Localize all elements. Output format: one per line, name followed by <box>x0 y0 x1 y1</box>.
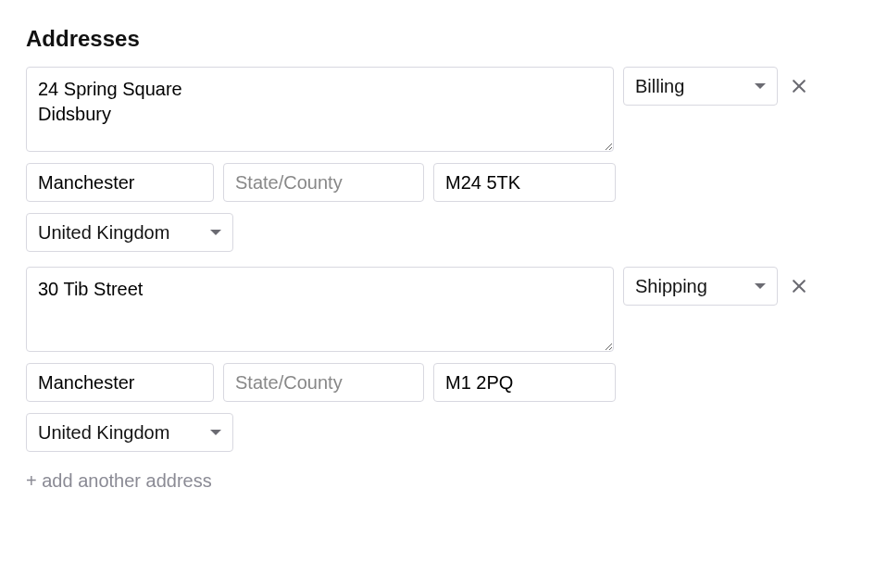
country-select[interactable]: United Kingdom <box>26 413 233 452</box>
address-block: Billing United Kingdom <box>26 67 861 252</box>
city-input[interactable] <box>26 363 214 402</box>
country-select[interactable]: United Kingdom <box>26 213 233 252</box>
remove-address-button[interactable] <box>787 67 811 106</box>
remove-address-button[interactable] <box>787 267 811 306</box>
state-input[interactable] <box>223 163 424 202</box>
address-type-value: Shipping <box>635 276 707 297</box>
add-address-link[interactable]: + add another address <box>26 470 212 492</box>
chevron-down-icon <box>210 430 221 435</box>
state-input[interactable] <box>223 363 424 402</box>
country-value: United Kingdom <box>38 422 169 444</box>
chevron-down-icon <box>755 283 766 289</box>
chevron-down-icon <box>210 230 221 235</box>
country-value: United Kingdom <box>38 222 169 244</box>
street-input[interactable] <box>26 267 614 352</box>
address-type-select[interactable]: Shipping <box>623 267 778 306</box>
postal-input[interactable] <box>433 163 616 202</box>
address-type-select[interactable]: Billing <box>623 67 778 106</box>
close-icon <box>790 77 808 95</box>
address-type-value: Billing <box>635 76 684 97</box>
close-icon <box>790 277 808 295</box>
street-input[interactable] <box>26 67 614 152</box>
chevron-down-icon <box>755 83 766 89</box>
city-input[interactable] <box>26 163 214 202</box>
address-block: Shipping United Kingdom <box>26 267 861 452</box>
postal-input[interactable] <box>433 363 616 402</box>
section-title: Addresses <box>26 26 861 52</box>
